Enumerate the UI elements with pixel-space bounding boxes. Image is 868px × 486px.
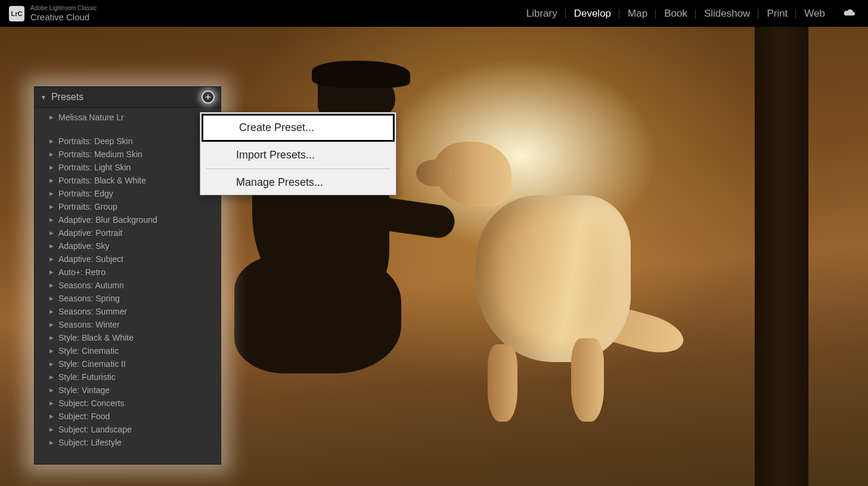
preset-folder-label: Adaptive: Subject — [58, 254, 123, 264]
chevron-right-icon: ▶ — [49, 348, 54, 354]
chevron-right-icon: ▶ — [49, 440, 54, 446]
preset-folder-user[interactable]: ▶ Melissa Nature Lr — [35, 111, 221, 124]
preset-folder[interactable]: ▶Portraits: Edgy — [35, 187, 221, 200]
chevron-right-icon: ▶ — [49, 177, 54, 183]
preset-folder-label: Style: Cinematic II — [58, 359, 126, 369]
preset-folder-label: Seasons: Summer — [58, 307, 127, 316]
nav-slideshow[interactable]: Slideshow — [696, 8, 759, 20]
preset-folder[interactable]: ▶Portraits: Group — [35, 200, 221, 213]
preset-context-menu: Create Preset... Import Presets... Manag… — [200, 112, 396, 195]
chevron-right-icon: ▶ — [49, 322, 54, 328]
app-title-block: Adobe Lightroom Classic Creative Cloud — [30, 5, 97, 21]
chevron-right-icon: ▶ — [49, 426, 54, 432]
nav-print[interactable]: Print — [758, 8, 796, 20]
chevron-right-icon: ▶ — [49, 361, 54, 367]
preset-folder-label: Seasons: Winter — [58, 320, 120, 329]
preset-folder-label: Adaptive: Blur Background — [58, 215, 157, 225]
chevron-right-icon: ▶ — [49, 387, 54, 393]
chevron-right-icon: ▶ — [49, 256, 54, 262]
preset-folder[interactable]: ▶Style: Black & White — [35, 331, 221, 344]
preset-folder-label: Portraits: Medium Skin — [58, 149, 142, 159]
preset-folder[interactable]: ▶Seasons: Winter — [35, 318, 221, 331]
chevron-right-icon: ▶ — [49, 282, 54, 288]
chevron-right-icon: ▶ — [49, 217, 54, 223]
chevron-right-icon: ▶ — [49, 191, 54, 197]
preset-folder-label: Subject: Lifestyle — [58, 438, 122, 447]
preset-folder-label: Seasons: Autumn — [58, 281, 124, 290]
add-preset-button[interactable]: + — [202, 91, 215, 104]
preset-folder[interactable]: ▶Style: Vintage — [35, 384, 221, 397]
menu-create-preset[interactable]: Create Preset... — [202, 114, 395, 142]
nav-library[interactable]: Library — [518, 8, 566, 20]
preset-folder-label: Style: Vintage — [58, 385, 110, 395]
preset-folder-label: Style: Black & White — [58, 333, 134, 342]
cloud-sync-icon[interactable] — [843, 8, 856, 20]
menu-manage-presets[interactable]: Manage Presets... — [200, 170, 396, 195]
chevron-right-icon: ▶ — [49, 243, 54, 249]
preset-folder[interactable]: ▶Adaptive: Sky — [35, 239, 221, 253]
preset-folder[interactable]: ▶Subject: Concerts — [35, 397, 221, 410]
presets-panel-header[interactable]: ▼ Presets + — [35, 87, 221, 108]
preset-folder[interactable]: ▶Portraits: Medium Skin — [35, 148, 221, 161]
preset-folder-label: Portraits: Deep Skin — [58, 136, 133, 146]
preset-folder-label: Seasons: Spring — [58, 294, 120, 303]
module-nav: LibraryDevelopMapBookSlideshowPrintWeb — [518, 8, 856, 20]
preset-folder-label: Portraits: Edgy — [58, 189, 113, 198]
chevron-right-icon: ▶ — [49, 309, 54, 314]
preset-folder[interactable]: ▶Auto+: Retro — [35, 266, 221, 279]
preset-folder-label: Auto+: Retro — [58, 267, 106, 277]
preset-folder[interactable]: ▶Seasons: Spring — [35, 292, 221, 305]
preset-folder-label: Melissa Nature Lr — [58, 113, 124, 122]
nav-book[interactable]: Book — [656, 8, 696, 20]
preset-folder-label: Adaptive: Portrait — [58, 228, 122, 238]
nav-develop[interactable]: Develop — [566, 8, 619, 20]
chevron-right-icon: ▶ — [49, 151, 54, 157]
preset-folder-label: Subject: Landscape — [58, 425, 132, 434]
app-name-small: Adobe Lightroom Classic — [30, 5, 97, 11]
nav-map[interactable]: Map — [619, 8, 656, 20]
nav-web[interactable]: Web — [796, 8, 833, 20]
preset-folder[interactable]: ▶Portraits: Light Skin — [35, 161, 221, 174]
chevron-right-icon: ▶ — [49, 204, 54, 210]
chevron-right-icon: ▶ — [49, 230, 54, 236]
chevron-right-icon: ▶ — [49, 138, 54, 144]
chevron-right-icon: ▶ — [49, 269, 54, 275]
preset-folder[interactable]: ▶Adaptive: Portrait — [35, 226, 221, 239]
preset-folder[interactable]: ▶Portraits: Black & White — [35, 174, 221, 187]
preset-folder[interactable]: ▶Style: Cinematic II — [35, 357, 221, 370]
menu-import-presets[interactable]: Import Presets... — [200, 143, 396, 167]
preset-folder[interactable]: ▶Subject: Food — [35, 410, 221, 423]
preset-folder-label: Subject: Concerts — [58, 398, 125, 408]
preset-folder-label: Style: Futuristic — [58, 372, 116, 382]
chevron-right-icon: ▶ — [49, 374, 54, 380]
preset-folder[interactable]: ▶Subject: Landscape — [35, 423, 221, 436]
preset-folder[interactable]: ▶Style: Cinematic — [35, 344, 221, 357]
chevron-right-icon: ▶ — [49, 164, 54, 170]
app-icon: LrC — [9, 6, 24, 21]
preset-folder-label: Portraits: Light Skin — [58, 163, 131, 172]
preset-folder[interactable]: ▶Adaptive: Subject — [35, 253, 221, 266]
menu-divider — [206, 169, 390, 169]
preset-folder[interactable]: ▶Seasons: Summer — [35, 305, 221, 318]
topbar: LrC Adobe Lightroom Classic Creative Clo… — [0, 0, 868, 27]
preset-folder-label: Subject: Food — [58, 412, 110, 421]
chevron-right-icon: ▶ — [49, 295, 54, 301]
preset-folder-label: Adaptive: Sky — [58, 241, 110, 251]
chevron-right-icon: ▶ — [49, 335, 54, 341]
presets-title: Presets — [51, 92, 83, 102]
preset-list: ▶ Melissa Nature Lr ▶Portraits: Deep Ski… — [35, 108, 221, 449]
topbar-left: LrC Adobe Lightroom Classic Creative Clo… — [9, 5, 97, 21]
preset-folder[interactable]: ▶Portraits: Deep Skin — [35, 135, 221, 148]
preset-folder-label: Portraits: Group — [58, 202, 117, 211]
preset-folder-label: Style: Cinematic — [58, 346, 119, 356]
chevron-right-icon: ▶ — [49, 400, 54, 406]
preset-folder[interactable]: ▶Style: Futuristic — [35, 370, 221, 384]
chevron-down-icon: ▼ — [41, 94, 46, 101]
preset-folder[interactable]: ▶Adaptive: Blur Background — [35, 213, 221, 226]
preset-folder[interactable]: ▶Seasons: Autumn — [35, 279, 221, 292]
chevron-right-icon: ▶ — [49, 114, 54, 120]
preset-folder-label: Portraits: Black & White — [58, 176, 146, 185]
preset-folder[interactable]: ▶Subject: Lifestyle — [35, 436, 221, 449]
chevron-right-icon: ▶ — [49, 413, 54, 419]
presets-panel: ▼ Presets + ▶ Melissa Nature Lr ▶Portrai… — [34, 86, 221, 465]
